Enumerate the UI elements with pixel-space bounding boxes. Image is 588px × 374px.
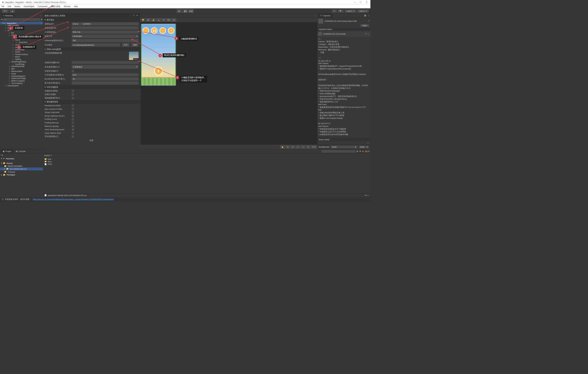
direction-select[interactable]: Landscape▾ (72, 35, 139, 38)
step-button[interactable]: ▶❚ (188, 9, 194, 13)
star-icon[interactable]: ★ (306, 145, 311, 149)
choose-button[interactable]: 选择 (131, 43, 139, 47)
hierarchy-item[interactable]: ◇GuidePage (0, 63, 43, 65)
name-input[interactable] (72, 31, 139, 34)
hierarchy-item[interactable]: ◇Score (0, 39, 43, 41)
account-dropdown[interactable]: 尹 ▾ (2, 9, 8, 13)
hierarchy-item[interactable]: ◇PauseContinue (0, 53, 43, 56)
panel-menu-icon[interactable]: ⋮ (314, 14, 316, 17)
kebab-icon[interactable]: ⋮ (40, 22, 42, 24)
layout-dropdown[interactable]: Layout ▾ (357, 9, 369, 13)
maximize-icon[interactable]: ☐ (360, 1, 362, 3)
hierarchy-item[interactable]: ◇GestureDiagram (0, 75, 43, 77)
menu-window[interactable]: Window (64, 5, 71, 8)
section-loading[interactable]: ▾ 启动Loading配置 (43, 47, 140, 51)
clear-stream-checkbox[interactable]: ✓ (72, 128, 74, 131)
breadcrumb[interactable]: Assets ▸ (43, 153, 370, 157)
assetbundle-variant-select[interactable]: None▾ (359, 145, 369, 148)
hierarchy-item[interactable]: ◇Finish (0, 51, 43, 53)
layers-dropdown[interactable]: Layers ▾ (345, 9, 356, 13)
add-icon[interactable]: +▾ (1, 154, 3, 156)
help-icon[interactable]: ? (368, 20, 369, 22)
webgl2-checkbox[interactable]: ✓ (72, 125, 74, 127)
cover-preview[interactable]: Select (129, 52, 139, 60)
sdk-font-checkbox[interactable] (72, 97, 74, 99)
rotate-icon[interactable]: ⟲ (290, 145, 295, 149)
menu-gameobject[interactable]: GameObject (24, 5, 34, 8)
audio-icon[interactable]: 🔊 (146, 18, 151, 22)
search-options-icon[interactable]: ⊞ (41, 19, 42, 21)
appid-input[interactable] (72, 22, 139, 25)
hierarchy-item[interactable]: ◇ScoreText (0, 41, 43, 44)
minimize-icon[interactable]: — (354, 1, 356, 3)
project-tab[interactable]: ▦ Project (1, 150, 13, 153)
hierarchy-item[interactable]: ◇GameReminder (0, 65, 43, 68)
menu-assets[interactable]: Assets (14, 5, 20, 8)
hidden-icon[interactable]: 👁 (161, 18, 166, 22)
asset-labels-section[interactable]: Asset Labels (317, 138, 370, 141)
scale-icon[interactable]: ⤢ (295, 145, 300, 149)
hierarchy-item[interactable]: ◇GuidePageDislog (0, 60, 43, 63)
skybox-icon[interactable]: ☁ (156, 18, 161, 22)
compress-checkbox[interactable] (72, 70, 74, 72)
zoom-slider[interactable]: ─●── (364, 194, 369, 196)
rect-icon[interactable]: ▭ (301, 145, 305, 149)
add-icon[interactable]: +▾ (1, 19, 3, 21)
menu-file[interactable]: File (1, 5, 4, 8)
auto-profiler-checkbox[interactable] (72, 108, 74, 110)
prof-funcs-checkbox[interactable] (72, 118, 74, 120)
kebab-icon[interactable]: ⋮ (367, 33, 369, 35)
update-link[interactable]: https://res.wx.qq.com/wechatgame/product… (33, 198, 114, 200)
filter-icon[interactable]: ⊞ (357, 150, 358, 152)
scripts-only-checkbox[interactable] (72, 111, 74, 114)
hierarchy-item[interactable]: ◇Setting (0, 58, 43, 60)
light-icon[interactable]: 💡 (141, 18, 146, 22)
pause-button[interactable]: ❚❚ (182, 9, 188, 13)
menu-wechat[interactable]: 微信小游戏 (51, 5, 60, 8)
section-debug[interactable]: ▾ 调试编译选项 (43, 100, 140, 104)
dev-build-checkbox[interactable] (72, 104, 74, 107)
hierarchy-item[interactable]: ◇Music (0, 56, 43, 58)
menu-component[interactable]: Component (38, 5, 47, 8)
panel-menu-icon[interactable]: ⋮ (367, 14, 369, 17)
hierarchy-item[interactable]: ◇EventSystem (0, 84, 43, 87)
hierarchy-item[interactable]: ◇BG (0, 32, 43, 34)
panel-menu-icon[interactable]: ⋮ (40, 14, 42, 17)
project-search[interactable] (321, 150, 356, 153)
settings-button[interactable]: 设置 (87, 139, 97, 142)
hierarchy-search[interactable] (3, 18, 40, 21)
sdk-friends-checkbox[interactable] (72, 90, 74, 92)
assetbundle-select[interactable]: None▾ (330, 145, 357, 148)
predl-input[interactable] (72, 81, 139, 84)
undo-history-icon[interactable]: ↶ (332, 9, 337, 13)
play-button[interactable]: ▶ (177, 9, 182, 13)
hierarchy-item[interactable]: ◇Road (0, 72, 43, 75)
open-button[interactable]: 打开 (122, 43, 129, 47)
cdn-input[interactable] (72, 26, 139, 29)
section-sdk[interactable]: ▾ SDK功能选项 (43, 85, 140, 89)
eye-icon[interactable]: 👁 (359, 150, 361, 153)
heap-input[interactable] (72, 39, 139, 42)
help-icon[interactable]: ? (365, 33, 366, 35)
lock-icon[interactable]: 🔒 (364, 14, 366, 17)
slider-icon[interactable]: 🔆37 (365, 150, 369, 152)
hierarchy-item[interactable]: ◇Text (Legacy) (0, 82, 43, 84)
hierarchy-tab[interactable]: ≡ Hierarchy (1, 14, 15, 17)
panel-controls[interactable]: ⋮ ☐ ✕ (129, 14, 139, 17)
hash-input[interactable] (72, 77, 139, 80)
move-icon[interactable]: ✥ (285, 145, 290, 149)
clean-webgl-checkbox[interactable] (72, 132, 74, 134)
open-button[interactable]: Open (360, 24, 369, 27)
menu-help[interactable]: Help (74, 5, 78, 8)
videourl-input[interactable] (72, 61, 139, 64)
tag-icon[interactable]: 🏷 (367, 142, 369, 144)
hierarchy-item[interactable]: ◇Button (Legacy) (0, 80, 43, 82)
hierarchy-item[interactable]: ◇BambooStart (0, 70, 43, 72)
console-tab[interactable]: ▤ Console (14, 150, 27, 153)
camera-icon[interactable]: 📷▾ (166, 18, 171, 22)
inspector-tab[interactable]: ⓘ Inspector (318, 14, 332, 17)
search-icon[interactable]: 🔍 (338, 9, 344, 13)
folder-tree[interactable]: ▾★ Favorites ▾📁 Assets 📁 WebGLTemplates … (0, 157, 43, 176)
hierarchy-item[interactable]: ◇GameOverImage (0, 77, 43, 80)
section-basic[interactable]: ▾ 基本信息 (43, 18, 140, 22)
